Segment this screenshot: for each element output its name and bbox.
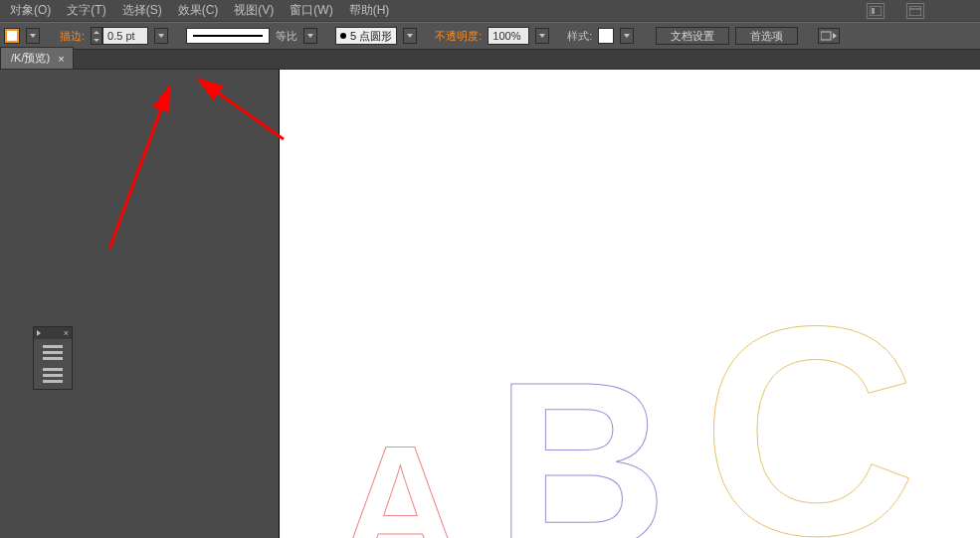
stroke-weight-input[interactable] bbox=[102, 27, 148, 45]
work-area: × A B C bbox=[0, 70, 980, 538]
panel-lines-icon[interactable] bbox=[43, 351, 63, 354]
document-tab[interactable]: /K/预览) × bbox=[0, 47, 74, 69]
floating-panel-header[interactable]: × bbox=[34, 327, 72, 339]
svg-rect-4 bbox=[821, 32, 831, 40]
pasteboard: × bbox=[0, 70, 279, 538]
floating-panel[interactable]: × bbox=[33, 326, 73, 390]
stroke-profile-label: 等比 bbox=[276, 29, 297, 44]
fill-dropdown[interactable] bbox=[26, 28, 40, 44]
layout-icon-2[interactable] bbox=[906, 3, 924, 19]
document-setup-button[interactable]: 文档设置 bbox=[656, 27, 729, 45]
opacity-dropdown[interactable] bbox=[535, 28, 549, 44]
control-bar: 描边: 等比 5 点圆形 不透明度: 样式: 文档设置 首选项 bbox=[0, 22, 980, 50]
menu-view[interactable]: 视图(V) bbox=[234, 2, 274, 19]
brush-dot-icon bbox=[340, 33, 346, 39]
menu-object[interactable]: 对象(O) bbox=[10, 2, 51, 19]
document-tab-strip: /K/预览) × bbox=[0, 50, 980, 70]
panel-lines-icon-2[interactable] bbox=[43, 374, 63, 377]
letter-a-outline[interactable]: A bbox=[339, 408, 462, 538]
opacity-label: 不透明度: bbox=[435, 29, 482, 44]
stroke-weight-dropdown[interactable] bbox=[154, 28, 168, 44]
style-swatch[interactable] bbox=[598, 28, 614, 44]
layout-icon-1[interactable] bbox=[867, 3, 884, 19]
svg-rect-0 bbox=[870, 6, 882, 16]
close-icon[interactable]: × bbox=[58, 53, 64, 65]
outline-text: A B C bbox=[339, 259, 917, 538]
panel-close-icon[interactable]: × bbox=[64, 329, 69, 338]
stroke-profile-dropdown[interactable] bbox=[303, 28, 317, 44]
style-dropdown[interactable] bbox=[620, 28, 634, 44]
brush-dropdown-arrow[interactable] bbox=[403, 28, 417, 44]
panel-toggle-icon[interactable] bbox=[818, 28, 840, 44]
artboard[interactable]: A B C bbox=[279, 70, 980, 538]
menu-help[interactable]: 帮助(H) bbox=[349, 2, 390, 19]
menu-select[interactable]: 选择(S) bbox=[122, 2, 162, 19]
brush-dropdown[interactable]: 5 点圆形 bbox=[335, 27, 397, 45]
style-label: 样式: bbox=[567, 29, 592, 44]
preferences-button[interactable]: 首选项 bbox=[735, 27, 798, 45]
opacity-input[interactable] bbox=[488, 27, 529, 45]
letter-c-outline[interactable]: C bbox=[701, 259, 917, 538]
svg-marker-5 bbox=[833, 33, 837, 39]
menu-bar: 对象(O) 文字(T) 选择(S) 效果(C) 视图(V) 窗口(W) 帮助(H… bbox=[0, 0, 980, 22]
brush-label: 5 点圆形 bbox=[350, 29, 392, 44]
fill-swatch[interactable] bbox=[4, 28, 20, 44]
menu-window[interactable]: 窗口(W) bbox=[290, 2, 332, 19]
svg-rect-1 bbox=[872, 8, 875, 14]
canvas-area[interactable]: A B C bbox=[279, 70, 980, 538]
menu-text[interactable]: 文字(T) bbox=[67, 2, 105, 19]
menu-effect[interactable]: 效果(C) bbox=[178, 2, 219, 19]
stroke-weight-stepper[interactable] bbox=[91, 27, 148, 45]
svg-rect-2 bbox=[909, 6, 921, 16]
letter-b-outline[interactable]: B bbox=[495, 328, 668, 538]
stroke-label: 描边: bbox=[60, 29, 85, 44]
collapse-icon[interactable] bbox=[37, 330, 41, 336]
stroke-profile-preview[interactable] bbox=[186, 28, 270, 44]
document-tab-title: /K/预览) bbox=[11, 51, 50, 66]
